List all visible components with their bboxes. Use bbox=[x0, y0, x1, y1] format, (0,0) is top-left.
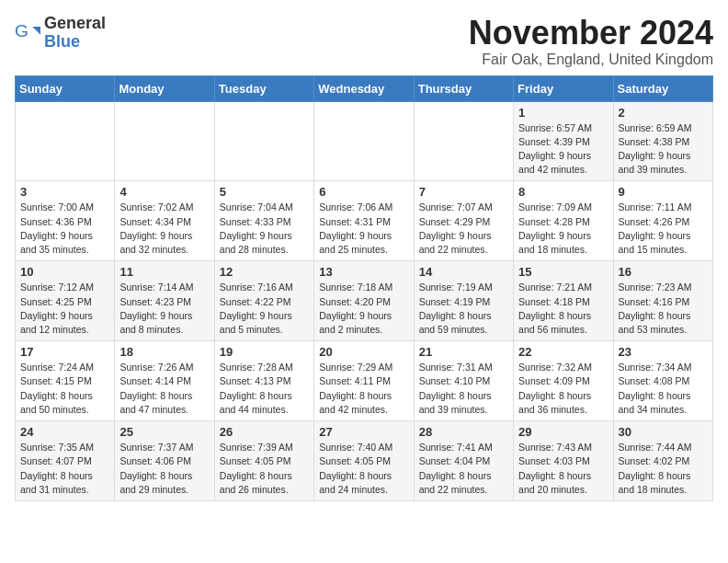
day-info: Sunrise: 7:43 AM Sunset: 4:03 PM Dayligh… bbox=[518, 441, 608, 497]
day-info: Sunrise: 7:11 AM Sunset: 4:26 PM Dayligh… bbox=[619, 201, 708, 257]
header-cell-monday: Monday bbox=[115, 75, 214, 101]
day-number: 15 bbox=[518, 265, 608, 279]
day-number: 22 bbox=[518, 345, 608, 359]
day-cell: 21Sunrise: 7:31 AM Sunset: 4:10 PM Dayli… bbox=[414, 341, 513, 421]
day-number: 30 bbox=[619, 425, 708, 439]
day-cell bbox=[214, 101, 313, 181]
day-number: 12 bbox=[220, 265, 309, 279]
logo-icon: G bbox=[15, 20, 40, 46]
day-cell: 22Sunrise: 7:32 AM Sunset: 4:09 PM Dayli… bbox=[514, 341, 613, 421]
day-info: Sunrise: 7:19 AM Sunset: 4:19 PM Dayligh… bbox=[419, 281, 508, 337]
day-info: Sunrise: 7:07 AM Sunset: 4:29 PM Dayligh… bbox=[419, 201, 508, 257]
day-cell: 2Sunrise: 6:59 AM Sunset: 4:38 PM Daylig… bbox=[613, 101, 712, 181]
day-number: 2 bbox=[619, 106, 708, 120]
week-row-3: 10Sunrise: 7:12 AM Sunset: 4:25 PM Dayli… bbox=[16, 261, 713, 341]
day-number: 19 bbox=[220, 345, 309, 359]
page-header: G General Blue November 2024 Fair Oak, E… bbox=[15, 15, 713, 68]
location-subtitle: Fair Oak, England, United Kingdom bbox=[469, 52, 713, 68]
day-cell: 28Sunrise: 7:41 AM Sunset: 4:04 PM Dayli… bbox=[414, 421, 513, 501]
day-number: 14 bbox=[419, 265, 508, 279]
day-number: 21 bbox=[419, 345, 508, 359]
day-cell: 9Sunrise: 7:11 AM Sunset: 4:26 PM Daylig… bbox=[613, 181, 712, 261]
day-info: Sunrise: 7:26 AM Sunset: 4:14 PM Dayligh… bbox=[119, 361, 209, 417]
logo-line1: General bbox=[44, 15, 106, 33]
day-info: Sunrise: 7:28 AM Sunset: 4:13 PM Dayligh… bbox=[220, 361, 309, 417]
day-cell: 8Sunrise: 7:09 AM Sunset: 4:28 PM Daylig… bbox=[514, 181, 613, 261]
day-number: 3 bbox=[20, 185, 109, 199]
day-info: Sunrise: 7:18 AM Sunset: 4:20 PM Dayligh… bbox=[319, 281, 408, 337]
day-number: 13 bbox=[319, 265, 408, 279]
day-cell: 26Sunrise: 7:39 AM Sunset: 4:05 PM Dayli… bbox=[214, 421, 313, 501]
day-info: Sunrise: 7:35 AM Sunset: 4:07 PM Dayligh… bbox=[20, 441, 109, 497]
day-number: 23 bbox=[619, 345, 708, 359]
day-info: Sunrise: 7:44 AM Sunset: 4:02 PM Dayligh… bbox=[619, 441, 708, 497]
day-number: 26 bbox=[220, 425, 309, 439]
day-cell: 29Sunrise: 7:43 AM Sunset: 4:03 PM Dayli… bbox=[514, 421, 613, 501]
day-cell: 30Sunrise: 7:44 AM Sunset: 4:02 PM Dayli… bbox=[613, 421, 712, 501]
day-cell: 25Sunrise: 7:37 AM Sunset: 4:06 PM Dayli… bbox=[115, 421, 214, 501]
day-cell: 23Sunrise: 7:34 AM Sunset: 4:08 PM Dayli… bbox=[613, 341, 712, 421]
day-number: 17 bbox=[20, 345, 109, 359]
day-cell: 12Sunrise: 7:16 AM Sunset: 4:22 PM Dayli… bbox=[214, 261, 313, 341]
day-cell: 3Sunrise: 7:00 AM Sunset: 4:36 PM Daylig… bbox=[16, 181, 115, 261]
day-number: 10 bbox=[20, 265, 109, 279]
day-info: Sunrise: 7:23 AM Sunset: 4:16 PM Dayligh… bbox=[619, 281, 708, 337]
day-info: Sunrise: 7:02 AM Sunset: 4:34 PM Dayligh… bbox=[119, 201, 209, 257]
day-info: Sunrise: 7:00 AM Sunset: 4:36 PM Dayligh… bbox=[20, 201, 109, 257]
header-cell-wednesday: Wednesday bbox=[314, 75, 414, 101]
day-info: Sunrise: 7:32 AM Sunset: 4:09 PM Dayligh… bbox=[518, 361, 608, 417]
logo: G General Blue bbox=[15, 15, 106, 52]
day-info: Sunrise: 6:59 AM Sunset: 4:38 PM Dayligh… bbox=[619, 121, 708, 178]
day-number: 28 bbox=[419, 425, 508, 439]
day-cell: 15Sunrise: 7:21 AM Sunset: 4:18 PM Dayli… bbox=[514, 261, 613, 341]
day-info: Sunrise: 7:39 AM Sunset: 4:05 PM Dayligh… bbox=[220, 441, 309, 497]
day-cell bbox=[414, 101, 513, 181]
day-number: 18 bbox=[119, 345, 209, 359]
day-cell: 16Sunrise: 7:23 AM Sunset: 4:16 PM Dayli… bbox=[613, 261, 712, 341]
header-row: SundayMondayTuesdayWednesdayThursdayFrid… bbox=[16, 75, 713, 101]
day-info: Sunrise: 7:29 AM Sunset: 4:11 PM Dayligh… bbox=[319, 361, 408, 417]
day-number: 7 bbox=[419, 185, 508, 199]
svg-marker-1 bbox=[32, 27, 40, 35]
day-info: Sunrise: 6:57 AM Sunset: 4:39 PM Dayligh… bbox=[518, 121, 608, 178]
day-number: 4 bbox=[119, 185, 209, 199]
day-number: 24 bbox=[20, 425, 109, 439]
day-info: Sunrise: 7:14 AM Sunset: 4:23 PM Dayligh… bbox=[119, 281, 209, 337]
day-info: Sunrise: 7:12 AM Sunset: 4:25 PM Dayligh… bbox=[20, 281, 109, 337]
day-cell: 6Sunrise: 7:06 AM Sunset: 4:31 PM Daylig… bbox=[314, 181, 414, 261]
day-info: Sunrise: 7:06 AM Sunset: 4:31 PM Dayligh… bbox=[319, 201, 408, 257]
logo-text: General Blue bbox=[44, 15, 106, 52]
day-cell: 7Sunrise: 7:07 AM Sunset: 4:29 PM Daylig… bbox=[414, 181, 513, 261]
day-cell: 13Sunrise: 7:18 AM Sunset: 4:20 PM Dayli… bbox=[314, 261, 414, 341]
day-cell: 17Sunrise: 7:24 AM Sunset: 4:15 PM Dayli… bbox=[16, 341, 115, 421]
day-info: Sunrise: 7:41 AM Sunset: 4:04 PM Dayligh… bbox=[419, 441, 508, 497]
day-cell: 14Sunrise: 7:19 AM Sunset: 4:19 PM Dayli… bbox=[414, 261, 513, 341]
day-number: 25 bbox=[119, 425, 209, 439]
day-number: 29 bbox=[518, 425, 608, 439]
day-info: Sunrise: 7:21 AM Sunset: 4:18 PM Dayligh… bbox=[518, 281, 608, 337]
header-cell-thursday: Thursday bbox=[414, 75, 513, 101]
day-cell bbox=[115, 101, 214, 181]
day-number: 5 bbox=[220, 185, 309, 199]
week-row-4: 17Sunrise: 7:24 AM Sunset: 4:15 PM Dayli… bbox=[16, 341, 713, 421]
day-cell: 11Sunrise: 7:14 AM Sunset: 4:23 PM Dayli… bbox=[115, 261, 214, 341]
day-info: Sunrise: 7:34 AM Sunset: 4:08 PM Dayligh… bbox=[619, 361, 708, 417]
header-cell-sunday: Sunday bbox=[16, 75, 115, 101]
day-info: Sunrise: 7:16 AM Sunset: 4:22 PM Dayligh… bbox=[220, 281, 309, 337]
day-cell: 5Sunrise: 7:04 AM Sunset: 4:33 PM Daylig… bbox=[214, 181, 313, 261]
header-cell-friday: Friday bbox=[514, 75, 613, 101]
day-info: Sunrise: 7:24 AM Sunset: 4:15 PM Dayligh… bbox=[20, 361, 109, 417]
week-row-5: 24Sunrise: 7:35 AM Sunset: 4:07 PM Dayli… bbox=[16, 421, 713, 501]
day-cell: 20Sunrise: 7:29 AM Sunset: 4:11 PM Dayli… bbox=[314, 341, 414, 421]
calendar-table: SundayMondayTuesdayWednesdayThursdayFrid… bbox=[15, 75, 713, 501]
day-number: 6 bbox=[319, 185, 408, 199]
month-title: November 2024 bbox=[469, 15, 713, 52]
day-cell: 18Sunrise: 7:26 AM Sunset: 4:14 PM Dayli… bbox=[115, 341, 214, 421]
svg-text:G: G bbox=[15, 20, 28, 40]
calendar-body: 1Sunrise: 6:57 AM Sunset: 4:39 PM Daylig… bbox=[16, 101, 713, 500]
day-number: 9 bbox=[619, 185, 708, 199]
day-info: Sunrise: 7:37 AM Sunset: 4:06 PM Dayligh… bbox=[119, 441, 209, 497]
day-cell bbox=[16, 101, 115, 181]
day-cell bbox=[314, 101, 414, 181]
week-row-1: 1Sunrise: 6:57 AM Sunset: 4:39 PM Daylig… bbox=[16, 101, 713, 181]
